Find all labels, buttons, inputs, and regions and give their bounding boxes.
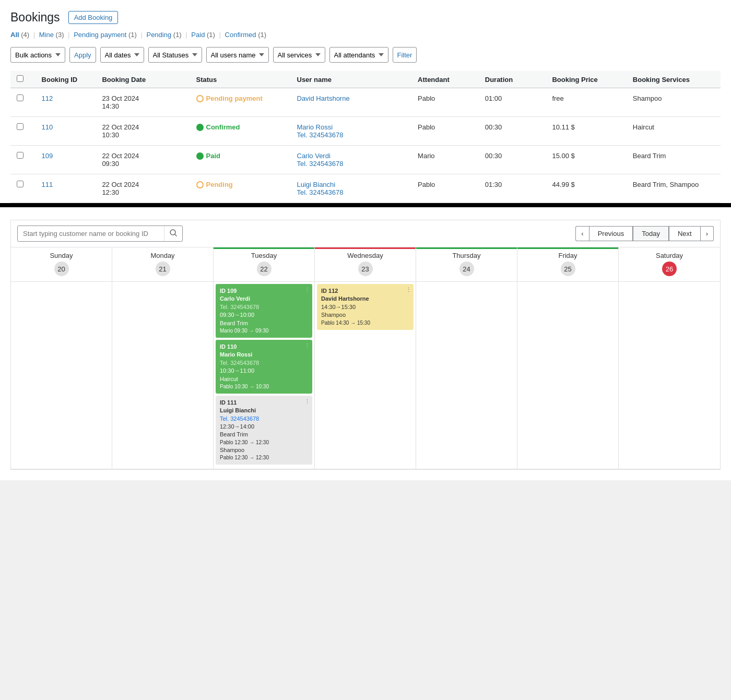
- calendar-event-wed-0[interactable]: ⋮ ID 112 David Hartshorne 14:30→15:30 Sh…: [317, 284, 414, 330]
- prev-arrow-button[interactable]: ‹: [575, 226, 588, 241]
- event-service: Beard Trim: [220, 319, 308, 327]
- calendar-search-button[interactable]: [164, 226, 182, 241]
- filter-button[interactable]: Filter: [393, 47, 417, 63]
- calendar-event-1[interactable]: ⋮ ID 110 Mario Rossi Tel. 324543678 10:3…: [216, 340, 312, 394]
- row-checkbox-cell: [10, 174, 36, 203]
- event-tel: Tel. 324543678: [220, 303, 308, 311]
- calendar-cell-wednesday: ⋮ ID 112 David Hartshorne 14:30→15:30 Sh…: [315, 282, 416, 469]
- booking-duration-cell: 00:30: [479, 146, 546, 174]
- filter-paid-count: (1): [207, 31, 215, 39]
- add-booking-button[interactable]: Add Booking: [68, 11, 119, 24]
- attendants-select[interactable]: All attendants: [329, 47, 388, 63]
- table-row: 112 23 Oct 202414:30 Pending payment Dav…: [10, 88, 721, 117]
- event-name: Luigi Bianchi: [220, 407, 308, 414]
- row-checkbox[interactable]: [17, 94, 23, 101]
- calendar-body: ⋮ ID 109 Carlo Verdi Tel. 324543678 09:3…: [11, 282, 720, 469]
- event-menu-icon[interactable]: ⋮: [304, 342, 310, 350]
- day-name-label: Tuesday: [216, 252, 312, 259]
- services-select[interactable]: All services: [273, 47, 325, 63]
- event-menu-icon[interactable]: ⋮: [304, 398, 310, 406]
- row-checkbox[interactable]: [17, 152, 23, 159]
- event-time: 09:30→10:00: [220, 311, 308, 319]
- user-name-link[interactable]: David Hartshorne: [297, 94, 406, 102]
- row-checkbox-cell: [10, 88, 36, 117]
- user-tel-link[interactable]: Tel. 324543678: [297, 160, 406, 168]
- select-all-checkbox[interactable]: [17, 75, 23, 82]
- row-checkbox[interactable]: [17, 181, 23, 187]
- day-number: 22: [257, 262, 272, 276]
- filter-all-link[interactable]: All: [10, 31, 19, 39]
- user-name-link[interactable]: Mario Rossi: [297, 123, 406, 131]
- booking-user-cell: Luigi BianchiTel. 324543678: [291, 174, 412, 203]
- booking-user-cell: Mario RossiTel. 324543678: [291, 117, 412, 146]
- event-menu-icon[interactable]: ⋮: [406, 286, 411, 294]
- booking-user-cell: David Hartshorne: [291, 88, 412, 117]
- row-checkbox[interactable]: [17, 123, 23, 130]
- booking-id-cell: 111: [36, 174, 96, 203]
- separator3: |: [140, 31, 142, 39]
- booking-id-cell: 109: [36, 146, 96, 174]
- booking-price-cell: 44.99 $: [546, 174, 626, 203]
- row-checkbox-cell: [10, 117, 36, 146]
- filter-pending-payment-link[interactable]: Pending payment: [74, 31, 126, 39]
- col-header-user-name: User name: [291, 71, 412, 88]
- booking-status-cell: Pending: [190, 174, 291, 203]
- event-tel: Tel. 324543678: [220, 359, 308, 367]
- table-row: 109 22 Oct 202409:30 Paid Carlo VerdiTel…: [10, 146, 721, 174]
- booking-id-link[interactable]: 109: [42, 152, 53, 160]
- previous-button[interactable]: Previous: [589, 226, 633, 241]
- filter-paid-link[interactable]: Paid: [191, 31, 205, 39]
- statuses-select[interactable]: All Statuses: [148, 47, 202, 63]
- event-time: 14:30→15:30: [321, 303, 409, 311]
- user-name-link[interactable]: Luigi Bianchi: [297, 181, 406, 188]
- event-menu-icon[interactable]: ⋮: [304, 286, 310, 294]
- booking-status-cell: Paid: [190, 146, 291, 174]
- day-number: 21: [156, 262, 170, 276]
- calendar-search-input[interactable]: [18, 227, 164, 241]
- event-id: ID 111: [220, 399, 308, 407]
- booking-services-cell: Beard Trim, Shampoo: [627, 174, 721, 203]
- filter-confirmed-link[interactable]: Confirmed: [225, 31, 256, 39]
- users-select[interactable]: All users name: [206, 47, 269, 63]
- today-button[interactable]: Today: [633, 226, 669, 241]
- day-name-label: Monday: [114, 252, 211, 259]
- day-name-label: Friday: [520, 252, 616, 259]
- calendar-cell-tuesday: ⋮ ID 109 Carlo Verdi Tel. 324543678 09:3…: [214, 282, 315, 469]
- filter-pending-link[interactable]: Pending: [146, 31, 171, 39]
- next-arrow-button[interactable]: ›: [701, 226, 714, 241]
- filter-mine-link[interactable]: Mine: [39, 31, 54, 39]
- calendar-event-0[interactable]: ⋮ ID 109 Carlo Verdi Tel. 324543678 09:3…: [216, 284, 312, 338]
- dates-select[interactable]: All dates: [100, 47, 144, 63]
- event-service: Beard Trim: [220, 431, 308, 438]
- day-number: 20: [54, 262, 69, 276]
- event-id: ID 110: [220, 343, 308, 351]
- calendar-header-wednesday: Wednesday23: [315, 247, 416, 282]
- day-name-label: Wednesday: [317, 252, 414, 259]
- user-name-link[interactable]: Carlo Verdi: [297, 152, 406, 160]
- booking-id-link[interactable]: 112: [42, 94, 53, 102]
- event-attendant: Pablo 10:30 → 10:30: [220, 383, 308, 390]
- bulk-actions-select[interactable]: Bulk actions: [10, 47, 65, 63]
- day-number: 23: [358, 262, 373, 276]
- toolbar: Bulk actions Apply All dates All Statuse…: [10, 47, 721, 63]
- calendar-search-wrapper: [17, 226, 183, 242]
- calendar-event-2[interactable]: ⋮ ID 111 Luigi Bianchi Tel. 324543678 12…: [216, 396, 312, 465]
- calendar-cell-thursday: [416, 282, 517, 469]
- col-header-status: Status: [190, 71, 291, 88]
- booking-id-link[interactable]: 110: [42, 123, 53, 131]
- svg-line-1: [175, 234, 176, 236]
- filter-mine-count: (3): [56, 31, 64, 39]
- event-name: Carlo Verdi: [220, 295, 308, 303]
- col-header-attendant: Attendant: [411, 71, 479, 88]
- event-time: 12:30→14:00: [220, 423, 308, 431]
- booking-id-link[interactable]: 111: [42, 181, 53, 188]
- page-title: Bookings: [10, 10, 60, 25]
- user-tel-link[interactable]: Tel. 324543678: [297, 131, 406, 139]
- apply-button[interactable]: Apply: [69, 47, 96, 63]
- next-button[interactable]: Next: [669, 226, 701, 241]
- user-tel-link[interactable]: Tel. 324543678: [297, 188, 406, 196]
- booking-attendant-cell: Pablo: [411, 117, 479, 146]
- calendar-section: ‹ Previous Today Next › Sunday20Monday21…: [10, 220, 721, 470]
- event-attendant: Pablo 14:30 → 15:30: [321, 319, 409, 327]
- col-header-price: Booking Price: [546, 71, 626, 88]
